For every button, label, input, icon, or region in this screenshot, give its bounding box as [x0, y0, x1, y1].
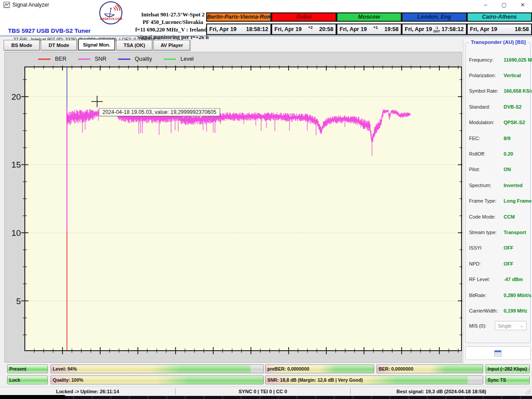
tab-tsa[interactable]: TSA (OK)	[116, 40, 153, 51]
clock-value: 18:58	[515, 26, 529, 32]
svg-text:20: 20	[12, 92, 21, 102]
row-value: 0,280 Mbit/s	[504, 293, 531, 298]
transponder-row: Polarization:Vertical	[469, 67, 529, 83]
utc-offset: +2	[308, 25, 313, 30]
bar-label: Lock	[9, 377, 20, 383]
transponder-row: Modulation:QPSK-S2	[469, 115, 529, 130]
mis-row: MIS (0): Single ⌄	[469, 321, 527, 330]
clock-date: Fri, Apr 19	[209, 26, 236, 32]
transponder-groupbox: Transponder (AU) [BS] Frequency:11690,02…	[465, 43, 531, 343]
clock-berlin: Berlin-Paris-Vienna-Roma Fri, Apr 19 18:…	[206, 12, 271, 35]
window-title: Signal Analyzer	[12, 2, 49, 8]
transponder-row: CarrierWidth:0,199 MHz	[469, 303, 529, 318]
transponder-title: Transponder (AU) [BS]	[469, 39, 528, 45]
tab-av-player[interactable]: AV Player	[153, 40, 190, 51]
present-indicator: Present	[7, 364, 48, 373]
row-label: Frequency:	[469, 57, 504, 63]
row-label: Standard:	[469, 104, 504, 110]
clock-city: Berlin-Paris-Vienna-Roma	[206, 12, 271, 22]
legend-item-ber: BER	[38, 56, 66, 62]
clock-value: 18:58:12	[246, 26, 268, 32]
row-value: OFF	[504, 261, 513, 266]
transponder-row: ISSYIOFF	[469, 240, 529, 256]
ber-line-swatch	[38, 59, 51, 60]
mis-select[interactable]: Single ⌄	[495, 321, 527, 330]
row-value: 0.20	[504, 151, 513, 156]
status-best-signal: Best signal: 19,3 dB (2024-04-18 18:58)	[351, 389, 532, 394]
panel-divider	[463, 39, 463, 364]
row-label: BitRate:	[469, 293, 504, 298]
row-label: Pilot:	[469, 167, 504, 172]
header-separator	[0, 35, 532, 36]
row-value: Inverted	[504, 183, 523, 188]
transport-stream-button[interactable]	[465, 346, 531, 360]
row-label: Frame Type:	[469, 198, 504, 203]
statusbar: Locked -> Uptime: 26:11:14 SYNC 0 | TEI …	[0, 387, 532, 396]
clock-date: Fri, Apr 19	[470, 26, 497, 32]
legend-label: Level	[180, 56, 194, 62]
clock-city: Cairo-Athens	[467, 12, 532, 22]
clock-london: London, Eng Fri, Apr 19 -1 DST 17:58:12	[402, 12, 467, 35]
bar-label: Quality: 100%	[53, 377, 83, 383]
ber-meter: BER: 0,0000000	[376, 364, 483, 373]
clock-date: Fri, Apr 19	[340, 26, 367, 32]
close-button[interactable]: ✕	[513, 0, 532, 10]
row-value: QPSK-S2	[504, 120, 525, 125]
row-value: Long Frame	[504, 198, 532, 203]
row-value: Vertical	[504, 73, 521, 78]
transponder-panel: Transponder (AU) [BS] Frequency:11690,02…	[464, 39, 532, 364]
legend-label: BER	[55, 56, 66, 62]
row-value: 0,199 MHz	[504, 308, 527, 313]
minimize-button[interactable]: –	[476, 0, 495, 10]
bar-label: BER: 0,0000000	[379, 366, 413, 372]
world-clocks: Berlin-Paris-Vienna-Roma Fri, Apr 19 18:…	[206, 12, 532, 35]
titlebar: Signal Analyzer – ▢ ✕	[0, 0, 532, 10]
bar-label: Sync TS	[488, 377, 506, 383]
clock-time: Fri, Apr 19 -1 DST 17:58:12	[402, 23, 467, 35]
transponder-row: Pilot:ON	[469, 162, 529, 177]
clock-date: Fri, Apr 19	[274, 26, 301, 32]
legend-label: SNR	[95, 56, 106, 62]
dst-offset: -1 DST	[434, 26, 440, 33]
transponder-row: Symbol Rate:166,658 KS/s	[469, 83, 529, 99]
background-window-strip	[0, 396, 532, 399]
chevron-down-icon: ⌄	[520, 323, 524, 328]
row-label: CarrierWidth:	[469, 308, 504, 313]
signal-analyzer-window: Signal Analyzer – ▢ ✕ TBS 5927 USB DVB-S…	[0, 0, 532, 399]
bar-label: preBER: 0,0000000	[267, 366, 309, 372]
transponder-row: Frame Type:Long Frame	[469, 193, 529, 209]
snr-line-swatch	[78, 59, 90, 60]
chart-tooltip: 2024-04-18 19.05.03, value: 19,299999237…	[99, 108, 220, 116]
snr-plot[interactable]: 5101520	[5, 66, 462, 363]
clock-moscow: Moscow Fri, Apr 19 +1 19:58	[336, 12, 402, 35]
tab-bs-mode[interactable]: BS Mode	[4, 40, 40, 51]
status-sync-counters: SYNC 0 | TEI 0 | CC 0	[176, 389, 350, 394]
transponder-row: BitRate:0,280 Mbit/s	[469, 287, 529, 303]
row-value: OFF	[504, 245, 513, 250]
signal-chart[interactable]: BER SNR Quality Level 5101520 2024-04-18…	[4, 52, 462, 363]
transponder-row: Code Mode:CCM	[469, 209, 529, 224]
tab-dt-mode[interactable]: DT Mode	[41, 40, 77, 51]
clock-city: London, Eng	[402, 12, 467, 22]
row-label: Spectrum:	[469, 183, 504, 188]
ts-table-icon	[494, 350, 501, 356]
maximize-button[interactable]: ▢	[495, 0, 513, 10]
row-value: CCM	[504, 214, 515, 219]
legend-item-snr: SNR	[78, 56, 106, 62]
row-label: RollOff:	[469, 151, 504, 156]
row-label: NPD:	[469, 261, 504, 266]
input-indicator: Input (~282 Kbps)	[485, 364, 530, 373]
snr-meter: SNR: 18,8 dB (Margin: 12,6 dB | Very Goo…	[265, 376, 483, 384]
dxsatcs-logo: DXSATCS.COM	[99, 1, 122, 24]
transponder-row: Standard:DVB-S2	[469, 99, 529, 114]
legend-label: Quality	[135, 56, 152, 62]
transponder-row: Stream type:Transport	[469, 224, 529, 240]
resize-grip[interactable]	[525, 389, 531, 394]
transponder-row: Spectrum:Inverted	[469, 177, 529, 193]
transponder-row: Frequency:11690,025 MHz	[469, 52, 529, 67]
chart-legend: BER SNR Quality Level	[5, 52, 462, 66]
tab-signal-mon[interactable]: Signal Mon.	[78, 39, 115, 51]
quality-line-swatch	[118, 59, 130, 60]
clock-value: 20:58	[319, 26, 333, 32]
tuner-title: TBS 5927 USB DVB-S2 Tuner	[8, 27, 91, 34]
